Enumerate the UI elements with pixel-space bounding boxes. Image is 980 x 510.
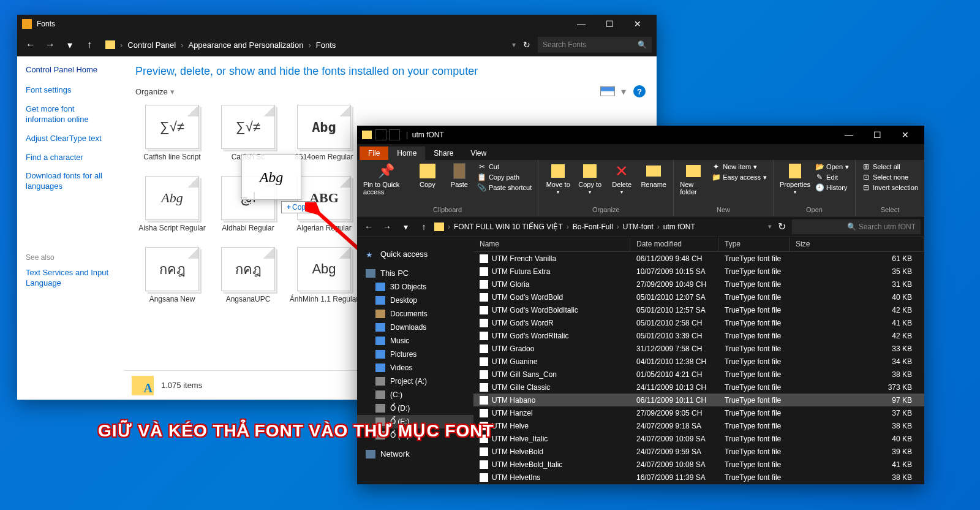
forward-button[interactable]: → (379, 219, 395, 235)
table-row[interactable]: UTM God's WordBoldItalic05/01/2010 12:57… (473, 303, 924, 316)
organize-dropdown[interactable]: Organize ▾ (135, 87, 175, 96)
close-button[interactable]: ✕ (891, 126, 919, 144)
search-input[interactable]: Search Fonts 🔍 (538, 37, 652, 53)
maximize-button[interactable]: ☐ (595, 15, 624, 33)
col-date[interactable]: Date modified (630, 237, 718, 251)
col-size[interactable]: Size (790, 237, 924, 251)
tab-share[interactable]: Share (425, 147, 462, 160)
table-row[interactable]: UTM HelveBold_Italic24/07/2009 10:08 SAT… (473, 458, 924, 471)
new-folder-button[interactable]: New folder (680, 162, 707, 196)
col-name[interactable]: Name (473, 237, 630, 251)
paste-button[interactable]: Paste (446, 162, 473, 188)
forward-button[interactable]: → (42, 36, 59, 53)
qat-button[interactable] (375, 129, 386, 140)
copy-path-button[interactable]: 📋Copy path (478, 173, 532, 181)
nav-this-pc[interactable]: This PC (357, 266, 473, 280)
pin-quick-access-button[interactable]: 📌Pin to Quick access (363, 162, 409, 196)
sidebar-link[interactable]: Text Services and Input Language (26, 268, 116, 289)
tab-view[interactable]: View (462, 147, 495, 160)
tab-home[interactable]: Home (388, 147, 425, 160)
up-button[interactable]: ↑ (416, 219, 432, 235)
close-button[interactable]: ✕ (624, 15, 652, 33)
font-item[interactable]: ∑√≠Catfish line Script (135, 105, 209, 161)
refresh-button[interactable]: ↻ (774, 221, 790, 232)
new-item-button[interactable]: ✦New item ▾ (712, 162, 767, 171)
table-row[interactable]: UTM Hanzel27/09/2009 9:05 CHTrueType fon… (473, 406, 924, 419)
table-row[interactable]: UTM Gille Classic24/11/2009 10:13 CHTrue… (473, 381, 924, 394)
properties-button[interactable]: Properties▾ (780, 162, 810, 195)
nav-drive-a[interactable]: Project (A:) (357, 375, 473, 388)
select-none-button[interactable]: ⊡Select none (862, 173, 918, 181)
nav-quick-access[interactable]: ★Quick access (357, 247, 473, 261)
nav-videos[interactable]: Videos (357, 361, 473, 375)
breadcrumb-item[interactable]: Appearance and Personalization (188, 40, 303, 50)
font-item[interactable]: กคฎAngsana New (135, 247, 209, 303)
copy-to-button[interactable]: Copy to▾ (576, 162, 603, 195)
nav-desktop[interactable]: Desktop (357, 294, 473, 307)
open-button[interactable]: 📂Open ▾ (815, 162, 849, 171)
recent-dropdown[interactable]: ▾ (61, 36, 78, 53)
search-input[interactable]: 🔍 Search utm fONT (792, 219, 921, 234)
up-button[interactable]: ↑ (81, 36, 98, 53)
font-item[interactable]: AbgAisha Script Regular (135, 176, 209, 232)
table-row[interactable]: UTM HelvetIns16/07/2009 11:39 SATrueType… (473, 471, 924, 484)
tab-file[interactable]: File (360, 147, 388, 160)
copy-button[interactable]: Copy (414, 162, 441, 188)
font-item[interactable]: ∑√≠Catfish Sc (211, 105, 285, 161)
delete-button[interactable]: ✕Delete▾ (608, 162, 635, 195)
table-row[interactable]: UTM God's WordR05/01/2010 2:58 CHTrueTyp… (473, 316, 924, 329)
nav-pictures[interactable]: Pictures (357, 348, 473, 361)
nav-downloads[interactable]: Downloads (357, 321, 473, 334)
view-options-button[interactable] (600, 86, 615, 96)
table-row[interactable]: UTM God's WordBold05/01/2010 12:07 SATru… (473, 291, 924, 303)
paste-shortcut-button[interactable]: 📎Paste shortcut (478, 183, 532, 192)
sidebar-link[interactable]: Download fonts for all languages (26, 171, 116, 192)
table-row[interactable]: UTM Habano06/11/2009 10:11 CHTrueType fo… (473, 394, 924, 406)
table-row[interactable]: UTM Futura Extra10/07/2009 10:15 SATrueT… (473, 265, 924, 278)
table-row[interactable]: UTM French Vanilla06/11/2009 9:48 CHTrue… (473, 252, 924, 265)
nav-drive-d[interactable]: Ổ (D:) (357, 402, 473, 415)
path-breadcrumb[interactable]: › FONT FULL WIN 10 TIẾNG VIỆT› Bo-Font-F… (434, 223, 766, 231)
font-item[interactable]: Abg8514oem Regular (287, 105, 361, 161)
recent-dropdown[interactable]: ▾ (398, 219, 413, 235)
cut-button[interactable]: ✂Cut (478, 162, 532, 171)
help-icon[interactable]: ? (633, 85, 646, 97)
maximize-button[interactable]: ☐ (863, 126, 891, 144)
table-row[interactable]: UTM Gradoo31/12/2009 7:58 CHTrueType fon… (473, 342, 924, 355)
nav-network[interactable]: Network (357, 447, 473, 461)
table-row[interactable]: UTM Guanine04/01/2010 12:38 CHTrueType f… (473, 355, 924, 368)
cp-home-link[interactable]: Control Panel Home (26, 65, 116, 74)
edit-button[interactable]: ✎Edit (815, 173, 849, 181)
table-row[interactable]: UTM Helve24/07/2009 9:18 SATrueType font… (473, 419, 924, 432)
breadcrumb[interactable]: › Control Panel› Appearance and Personal… (100, 40, 510, 50)
select-all-button[interactable]: ⊞Select all (862, 162, 918, 171)
sidebar-link[interactable]: Find a character (26, 153, 116, 163)
back-button[interactable]: ← (22, 36, 39, 53)
table-row[interactable]: UTM Helve_Italic24/07/2009 10:09 SATrueT… (473, 432, 924, 445)
sidebar-link[interactable]: Adjust ClearType text (26, 134, 116, 144)
invert-selection-button[interactable]: ⊟Invert selection (862, 183, 918, 192)
nav-drive-c[interactable]: (C:) (357, 388, 473, 402)
qat-button[interactable] (389, 129, 400, 140)
table-row[interactable]: UTM HelveBold24/07/2009 9:59 SATrueType … (473, 445, 924, 458)
nav-3d-objects[interactable]: 3D Objects (357, 280, 473, 294)
col-type[interactable]: Type (718, 237, 790, 251)
font-item[interactable]: AbgÁnhMinh 1.1 Regular (287, 247, 361, 303)
move-to-button[interactable]: Move to▾ (545, 162, 571, 195)
minimize-button[interactable]: — (567, 15, 595, 33)
table-row[interactable]: UTM Gill Sans_Con01/05/2010 4:21 CHTrueT… (473, 368, 924, 381)
sidebar-link[interactable]: Get more font information online (26, 104, 116, 125)
history-button[interactable]: 🕘History (815, 183, 849, 192)
easy-access-button[interactable]: 📁Easy access ▾ (712, 173, 767, 181)
font-item[interactable]: กคฎAngsanaUPC (211, 247, 285, 303)
minimize-button[interactable]: — (835, 126, 863, 144)
breadcrumb-item[interactable]: Control Panel (127, 40, 176, 50)
nav-documents[interactable]: Documents (357, 307, 473, 321)
table-row[interactable]: UTM Gloria27/09/2009 10:49 CHTrueType fo… (473, 278, 924, 291)
nav-music[interactable]: Music (357, 334, 473, 348)
rename-button[interactable]: Rename (640, 162, 667, 188)
breadcrumb-item[interactable]: Fonts (316, 40, 336, 50)
table-row[interactable]: UTM God's WordRItalic05/01/2010 3:39 CHT… (473, 329, 924, 342)
back-button[interactable]: ← (361, 219, 377, 235)
refresh-button[interactable]: ↻ (518, 40, 535, 50)
